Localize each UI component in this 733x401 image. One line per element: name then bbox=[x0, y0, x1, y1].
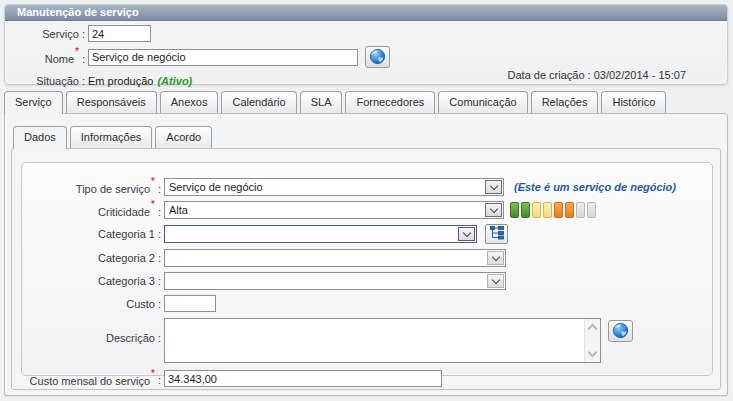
tipo-servico-label: Tipo de serviço*: bbox=[22, 179, 164, 195]
situacao-status-badge: (Ativo) bbox=[157, 75, 192, 87]
categoria1-select[interactable] bbox=[164, 225, 477, 243]
criticidade-bar bbox=[565, 202, 574, 218]
tab-comunicacao[interactable]: Comunicação bbox=[438, 91, 527, 113]
dados-tab-panel: Tipo de serviço*: Serviço de negócio (Es… bbox=[11, 148, 721, 390]
tab-relacoes[interactable]: Relações bbox=[531, 91, 599, 113]
dados-form-groupbox: Tipo de serviço*: Serviço de negócio (Es… bbox=[21, 162, 713, 376]
translate-globe-button[interactable] bbox=[365, 46, 390, 68]
categoria3-row: Categoria 3: bbox=[22, 272, 712, 290]
creation-date: Data de criação:03/02/2014 - 15:07 bbox=[508, 69, 686, 81]
chevron-down-icon bbox=[487, 274, 504, 288]
situacao-label: Situação: bbox=[5, 75, 88, 87]
categoria3-select[interactable] bbox=[164, 272, 506, 290]
criticidade-level-bars bbox=[510, 202, 598, 218]
criticidade-row: Criticidade*: Alta bbox=[22, 201, 712, 219]
servico-input[interactable] bbox=[88, 25, 151, 42]
tab-informacoes[interactable]: Informações bbox=[70, 126, 153, 148]
chevron-down-icon bbox=[487, 251, 504, 265]
categoria2-select[interactable] bbox=[164, 249, 506, 267]
nome-input[interactable] bbox=[88, 49, 358, 66]
tipo-servico-row: Tipo de serviço*: Serviço de negócio (Es… bbox=[22, 178, 712, 196]
criticidade-bar bbox=[576, 202, 585, 218]
translate-globe-button[interactable] bbox=[608, 320, 633, 342]
category-tree-icon bbox=[490, 226, 504, 242]
descricao-label: Descrição: bbox=[22, 332, 164, 344]
custo-mensal-input[interactable] bbox=[164, 370, 442, 387]
servico-label: Serviço: bbox=[5, 28, 88, 40]
globe-icon bbox=[612, 322, 629, 341]
scroll-down-icon[interactable] bbox=[588, 348, 598, 358]
tipo-servico-note: (Este é um serviço de negócio) bbox=[514, 181, 676, 193]
categoria2-label: Categoria 2: bbox=[22, 252, 164, 264]
descricao-textarea[interactable] bbox=[164, 318, 601, 363]
tab-fornecedores[interactable]: Fornecedores bbox=[345, 91, 435, 113]
tab-calendario[interactable]: Calendário bbox=[221, 91, 296, 113]
descricao-row: Descrição: bbox=[22, 318, 712, 363]
criticidade-bar bbox=[521, 202, 530, 218]
scroll-up-icon[interactable] bbox=[588, 324, 598, 334]
tab-historico[interactable]: Histórico bbox=[601, 91, 666, 113]
textarea-scrollbar[interactable] bbox=[584, 319, 600, 362]
tab-dados[interactable]: Dados bbox=[13, 126, 67, 149]
categoria2-row: Categoria 2: bbox=[22, 249, 712, 267]
criticidade-label: Criticidade*: bbox=[22, 202, 164, 218]
category-tree-button[interactable] bbox=[485, 224, 508, 244]
nome-row: Nome*: bbox=[5, 46, 727, 68]
servico-row: Serviço: bbox=[5, 25, 727, 42]
criticidade-bar bbox=[587, 202, 596, 218]
nome-label: Nome*: bbox=[5, 49, 88, 65]
situacao-value: Em produção bbox=[88, 75, 153, 87]
tab-anexos[interactable]: Anexos bbox=[160, 91, 219, 113]
criticidade-bar bbox=[543, 202, 552, 218]
chevron-down-icon bbox=[485, 203, 502, 217]
custo-mensal-label: Custo mensal do serviço*: bbox=[22, 371, 164, 387]
main-tab-strip: Serviço Responsáveis Anexos Calendário S… bbox=[4, 91, 666, 114]
tab-responsaveis[interactable]: Responsáveis bbox=[66, 91, 157, 113]
chevron-down-icon bbox=[458, 227, 475, 241]
criticidade-bar bbox=[532, 202, 541, 218]
window-title: Manutenção de serviço bbox=[5, 5, 727, 21]
tab-acordo[interactable]: Acordo bbox=[155, 126, 212, 148]
globe-icon bbox=[369, 48, 386, 67]
criticidade-select[interactable]: Alta bbox=[164, 201, 504, 219]
custo-row: Custo: bbox=[22, 295, 712, 312]
inner-tab-strip: Dados Informações Acordo bbox=[13, 126, 212, 149]
service-maintenance-panel: Manutenção de serviço Serviço: Nome*: Si… bbox=[4, 4, 728, 85]
custo-input[interactable] bbox=[164, 295, 216, 312]
categoria1-label: Categoria 1: bbox=[22, 228, 164, 240]
categoria3-label: Categoria 3: bbox=[22, 275, 164, 287]
tab-sla[interactable]: SLA bbox=[300, 91, 343, 113]
criticidade-bar bbox=[554, 202, 563, 218]
servico-tab-panel: Dados Informações Acordo Tipo de serviço… bbox=[4, 113, 728, 396]
categoria1-row: Categoria 1: bbox=[22, 224, 712, 244]
custo-mensal-row: Custo mensal do serviço*: bbox=[22, 370, 712, 387]
tipo-servico-select[interactable]: Serviço de negócio bbox=[164, 178, 504, 196]
criticidade-bar bbox=[510, 202, 519, 218]
tab-servico[interactable]: Serviço bbox=[4, 91, 63, 114]
custo-label: Custo: bbox=[22, 298, 164, 310]
chevron-down-icon bbox=[485, 180, 502, 194]
